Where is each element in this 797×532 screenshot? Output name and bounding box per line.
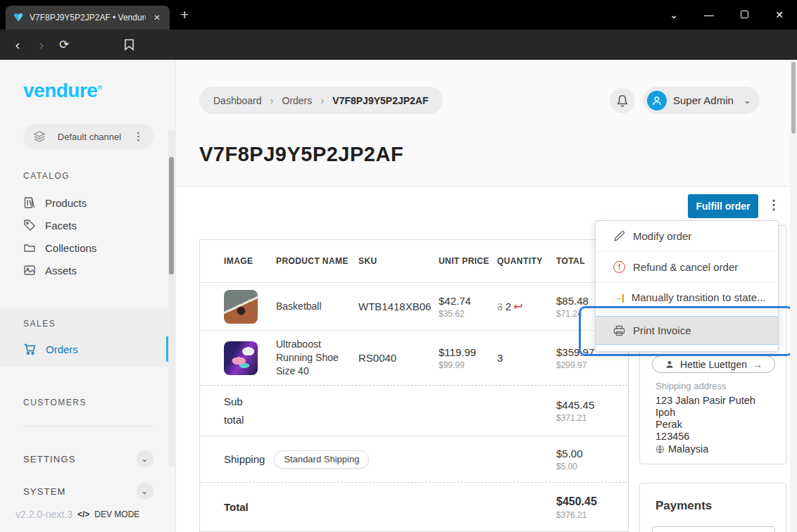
user-menu[interactable]: Super Admin ⌄ <box>643 87 760 114</box>
sidebar-item-label: Facets <box>45 220 77 232</box>
unit-price: $42.74 <box>439 295 497 307</box>
menu-item-refund-cancel[interactable]: ! Refund & cancel order <box>596 251 778 281</box>
subtotal-net: $371.21 <box>556 413 594 423</box>
order-actions-kebab-icon[interactable]: ⋮ <box>767 197 780 213</box>
sidebar-item-collections[interactable]: Collections <box>23 236 96 259</box>
bookmark-icon[interactable] <box>118 30 139 60</box>
sidebar-item-assets[interactable]: Assets <box>23 259 77 281</box>
menu-item-label: Refund & cancel order <box>633 261 738 273</box>
subtotal-row: Sub total $445.45$371.21 <box>200 386 628 436</box>
app-version: v2.2.0-next.3 <box>15 509 73 520</box>
payments-title: Payments <box>655 499 712 513</box>
arrow-right-icon: → <box>753 359 763 370</box>
shipping-method-chip[interactable]: Standard Shipping <box>274 450 369 469</box>
shipping-net: $5.00 <box>556 462 583 471</box>
globe-icon <box>655 445 665 454</box>
page-scrollbar-track[interactable] <box>790 60 797 532</box>
page-title: V7F8PJ9Y5P2JP2AF <box>199 143 403 166</box>
fulfill-order-button[interactable]: Fulfill order <box>688 194 758 218</box>
new-tab-button[interactable]: + <box>180 6 189 23</box>
sidebar-item-orders[interactable]: Orders <box>23 338 78 360</box>
sidebar-group-system[interactable]: SYSTEM ⌄ <box>23 481 153 502</box>
app-sidebar: vendure® Default channel ⋮ CATALOG Produ… <box>0 60 176 532</box>
browser-tab[interactable]: V7F8PJ9Y5P2JP2AF • Vendure ✕ <box>6 6 170 30</box>
breadcrumb-orders[interactable]: Orders <box>282 95 313 106</box>
minimize-button[interactable]: — <box>691 9 727 20</box>
user-avatar <box>647 91 667 110</box>
sidebar-group-settings[interactable]: SETTINGS ⌄ <box>23 448 153 469</box>
vendure-favicon-icon <box>13 12 24 23</box>
total-label: Total <box>224 501 249 513</box>
transition-state-icon: →| <box>613 292 624 303</box>
col-header-product-name: PRODUCT NAME <box>276 256 358 266</box>
notifications-button[interactable] <box>610 88 635 113</box>
sidebar-item-products[interactable]: Products <box>23 191 87 214</box>
col-header-quantity: QUANTITY <box>497 256 556 266</box>
product-image-basketball[interactable] <box>224 290 258 324</box>
assets-image-icon <box>23 264 36 277</box>
shipping-address-label: Shipping address <box>655 381 726 391</box>
breadcrumb-separator-icon: › <box>320 94 324 106</box>
page-scrollbar-thumb[interactable] <box>791 62 796 134</box>
sidebar-item-label: Collections <box>45 242 96 254</box>
maximize-button[interactable] <box>727 9 762 20</box>
breadcrumb-dashboard[interactable]: Dashboard <box>213 95 262 106</box>
system-label: SYSTEM <box>23 486 66 497</box>
breadcrumb-separator-icon: › <box>270 94 274 106</box>
product-image-shoe[interactable] <box>224 341 258 375</box>
maximize-icon <box>741 11 748 18</box>
quantity-modified-icon: ↩ <box>513 300 522 312</box>
country: Malaysia <box>668 443 708 455</box>
bell-icon <box>616 94 629 108</box>
highlight-annotation-box <box>579 306 793 356</box>
layers-icon <box>33 130 46 143</box>
col-header-sku: SKU <box>358 256 439 266</box>
browser-toolbar: ‹ › ⟳ i localhost:3000/admin/orders/3 ⤴ … <box>0 30 797 60</box>
browser-titlebar: V7F8PJ9Y5P2JP2AF • Vendure ✕ + ⌄ — ✕ <box>0 0 797 30</box>
channel-kebab-icon[interactable]: ⋮ <box>133 130 144 143</box>
subtotal-label: Sub total <box>224 393 256 429</box>
person-icon <box>665 360 674 369</box>
sidebar-scrollbar-thumb[interactable] <box>169 157 174 274</box>
orders-cart-icon <box>23 343 37 356</box>
close-window-button[interactable]: ✕ <box>762 9 797 20</box>
unit-price: $119.99 <box>439 346 497 358</box>
facets-tag-icon <box>23 219 36 232</box>
sidebar-item-label: Orders <box>46 343 78 355</box>
dev-mode-label: DEV MODE <box>94 509 139 519</box>
payment-action-button[interactable] <box>652 526 775 532</box>
content-header <box>176 60 790 186</box>
sidebar-item-facets[interactable]: Facets <box>23 214 77 236</box>
total-amount: $450.45 <box>556 495 597 507</box>
sidebar-item-label: Products <box>45 197 87 209</box>
address-line: 123 Jalan Pasir Puteh <box>655 395 755 407</box>
tab-close-icon[interactable]: ✕ <box>151 13 163 23</box>
unit-price-net: $99.99 <box>439 360 497 370</box>
warning-circle-icon: ! <box>613 261 625 273</box>
code-icon: </> <box>77 509 89 519</box>
tab-search-icon[interactable]: ⌄ <box>656 9 691 20</box>
channel-label: Default channel <box>54 132 125 142</box>
menu-item-label: Modify order <box>633 230 691 242</box>
product-name: Basketball <box>276 300 346 313</box>
browser-window: V7F8PJ9Y5P2JP2AF • Vendure ✕ + ⌄ — ✕ ‹ ›… <box>0 0 797 532</box>
shipping-amount: $5.00 <box>556 448 583 460</box>
forward-button: › <box>31 30 52 60</box>
chevron-down-icon[interactable]: ⌄ <box>137 483 153 500</box>
section-catalog: CATALOG <box>23 171 70 181</box>
refresh-button[interactable]: ⟳ <box>54 30 75 60</box>
settings-label: SETTINGS <box>23 454 76 464</box>
menu-item-modify-order[interactable]: Modify order <box>596 221 778 251</box>
section-customers: CUSTOMERS <box>23 398 87 407</box>
chevron-down-icon[interactable]: ⌄ <box>137 450 153 467</box>
channel-selector[interactable]: Default channel ⋮ <box>23 124 153 149</box>
registered-mark: ® <box>97 84 101 91</box>
table-row: Basketball WTB1418XB06 $42.74$35.62 32↩ … <box>200 283 628 331</box>
customer-link[interactable]: Hettie Luettgen → <box>652 355 775 373</box>
back-button[interactable]: ‹ <box>7 30 28 60</box>
menu-item-label: Manually transition to state... <box>632 291 766 303</box>
user-name: Super Admin <box>673 94 737 106</box>
vendure-logo[interactable]: vendure® <box>23 80 102 102</box>
address-line: Perak <box>655 419 755 431</box>
breadcrumb: Dashboard › Orders › V7F8PJ9Y5P2JP2AF <box>199 87 443 114</box>
